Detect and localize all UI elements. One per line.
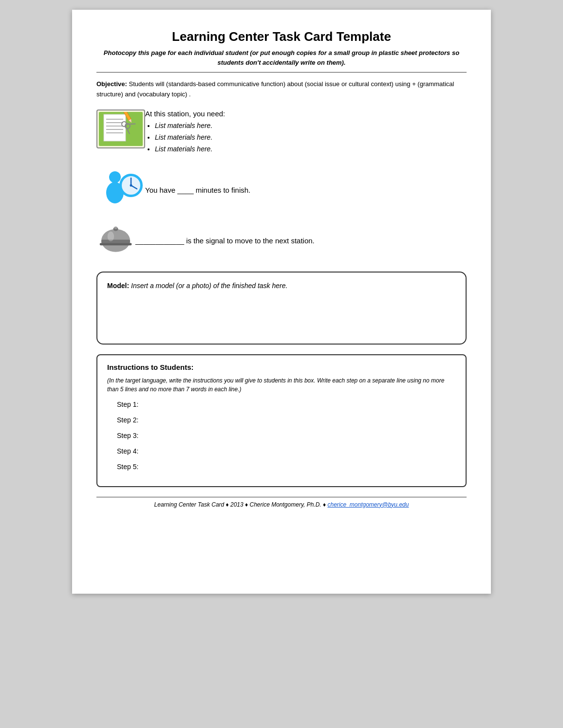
objective-label: Objective: <box>96 80 127 88</box>
svg-rect-1 <box>104 114 126 141</box>
craft-svg <box>99 112 143 146</box>
craft-icon <box>96 109 145 148</box>
footer-email[interactable]: cherice_montgomery@byu.edu <box>327 501 409 508</box>
station-content: At this station, you need: List material… <box>145 109 467 157</box>
timer-svg <box>98 168 144 212</box>
model-content: Insert a model (or a photo) of the finis… <box>129 282 287 290</box>
step-3: Step 3: <box>117 432 456 439</box>
model-label: Model: <box>107 282 129 290</box>
step-5: Step 5: <box>117 463 456 471</box>
step-4: Step 4: <box>117 447 456 455</box>
footer: Learning Center Task Card ♦ 2013 ♦ Cheri… <box>96 497 467 508</box>
station-heading: At this station, you need: <box>145 109 467 118</box>
bell-icon <box>96 224 135 258</box>
timer-section: You have ____ minutes to finish. <box>96 168 467 212</box>
instructions-note: (In the target language, write the instr… <box>107 376 456 394</box>
objective-section: Objective: Students will (standards-base… <box>96 79 467 100</box>
footer-text: Learning Center Task Card ♦ 2013 ♦ Cheri… <box>154 501 328 508</box>
step-2: Step 2: <box>117 416 456 424</box>
page-title: Learning Center Task Card Template <box>96 29 467 44</box>
bell-text: ____________ is the signal to move to th… <box>135 237 315 245</box>
instructions-box: Instructions to Students: (In the target… <box>96 354 467 487</box>
bell-svg <box>96 219 135 258</box>
svg-point-14 <box>109 171 121 183</box>
svg-rect-25 <box>100 243 132 245</box>
materials-list: List materials here. List materials here… <box>155 122 467 153</box>
instructions-title: Instructions to Students: <box>107 363 456 371</box>
timer-text: You have ____ minutes to finish. <box>145 186 250 194</box>
svg-point-27 <box>114 226 117 229</box>
step-1: Step 1: <box>117 400 456 408</box>
objective-text: Students will (standards-based communica… <box>96 80 454 98</box>
model-box: Model: Insert a model (or a photo) of th… <box>96 272 467 345</box>
title-divider <box>96 72 467 73</box>
material-item-3: List materials here. <box>155 145 467 153</box>
page-container: Learning Center Task Card Template Photo… <box>72 10 491 594</box>
bell-section: ____________ is the signal to move to th… <box>96 224 467 258</box>
steps-list: Step 1: Step 2: Step 3: Step 4: Step 5: <box>117 400 456 471</box>
station-section: At this station, you need: List material… <box>96 109 467 157</box>
svg-point-20 <box>130 184 132 186</box>
material-item-2: List materials here. <box>155 133 467 141</box>
svg-rect-22 <box>101 239 130 243</box>
timer-icon <box>96 168 145 212</box>
svg-point-24 <box>108 231 114 241</box>
subtitle: Photocopy this page for each individual … <box>96 48 467 67</box>
material-item-1: List materials here. <box>155 122 467 129</box>
